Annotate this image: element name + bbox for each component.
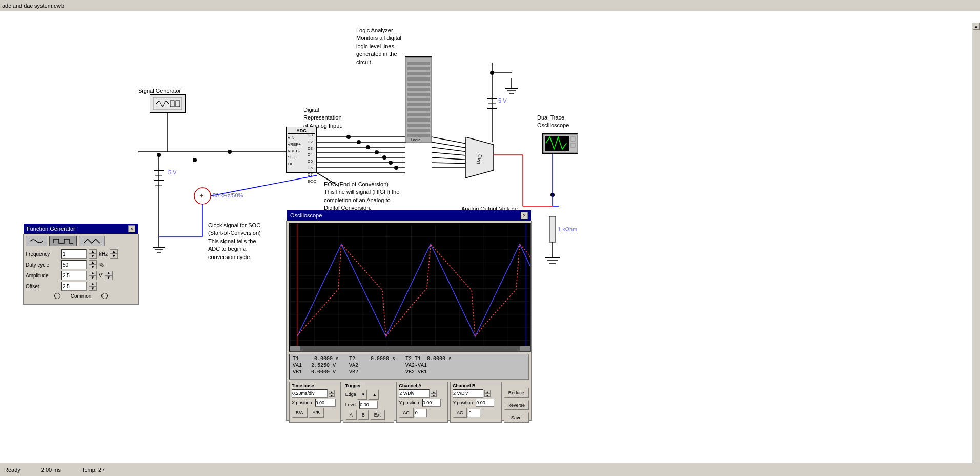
ch-a-up[interactable]: ▲ [431, 390, 437, 393]
save-button[interactable]: Save [504, 412, 529, 423]
vb1-label: VB1 0.0000 V [293, 369, 339, 375]
svg-rect-85 [407, 118, 430, 122]
trigger-group: Trigger Edge ▼ ▲ Level A B Ext [343, 382, 395, 423]
window-title: adc and dac system.ewb [2, 3, 64, 9]
amplitude-down[interactable]: ▼ [89, 275, 97, 280]
triangle-wave-button[interactable] [79, 236, 105, 246]
offset-down[interactable]: ▼ [89, 286, 97, 291]
duty-cycle-down[interactable]: ▼ [89, 265, 97, 269]
func-gen-close-button[interactable]: × [128, 225, 135, 232]
channel-a-div-input[interactable] [399, 389, 430, 398]
reduce-button[interactable]: Reduce [504, 388, 529, 398]
amplitude-unit-spinner: ▲ ▼ [105, 271, 113, 280]
svg-text:Logic: Logic [411, 137, 420, 142]
trigger-b-button[interactable]: B [358, 410, 369, 420]
oscilloscope-screen [289, 223, 531, 352]
freq-unit-down[interactable]: ▼ [110, 254, 118, 259]
offset-input[interactable] [61, 282, 87, 291]
scroll-right-btn[interactable] [520, 346, 530, 351]
ch-a-ac-button[interactable]: AC [399, 408, 414, 418]
level-input[interactable] [359, 401, 378, 409]
trigger-mode-button[interactable]: ▲ [369, 389, 379, 400]
x-pos-row: X position [292, 399, 338, 407]
svg-point-61 [491, 71, 494, 74]
ch-a-ypos-label: Y position [399, 400, 419, 405]
adc-component: ADC VIN VREF+ VREF- SOC OE D8 D2 D3 D4 D… [286, 127, 317, 173]
amplitude-unit: V [99, 273, 103, 279]
svg-rect-86 [407, 124, 430, 127]
osc-screen-scrollbar[interactable] [290, 346, 530, 351]
amplitude-input[interactable] [61, 271, 87, 280]
amplitude-spinner: ▲ ▼ [89, 271, 97, 280]
time-base-group: Time base ▲ ▼ X position B/A [289, 382, 341, 423]
oscilloscope-component [542, 133, 578, 154]
svg-rect-97 [290, 224, 531, 352]
offset-spinner: ▲ ▼ [89, 282, 97, 291]
time-base-down[interactable]: ▼ [329, 393, 335, 397]
edge-button[interactable]: ▼ [357, 389, 368, 400]
frequency-input[interactable] [61, 249, 87, 259]
voltage-5v-2: 5 V [498, 97, 507, 104]
freq-unit-up[interactable]: ▲ [110, 249, 118, 254]
ba-ab-row: B/A A/B [292, 408, 338, 418]
ch-b-ac-button[interactable]: AC [453, 408, 467, 418]
main-canvas: + Signal Generator Logic Analyzer Monito… [0, 11, 980, 463]
osc-bottom-controls: Time base ▲ ▼ X position B/A [289, 382, 529, 423]
frequency-label: Frequency [26, 251, 59, 257]
svg-point-13 [157, 153, 161, 157]
reverse-button[interactable]: Reverse [504, 400, 529, 410]
ch-b-down[interactable]: ▼ [484, 393, 491, 397]
signal-generator-component [150, 94, 186, 113]
square-wave-button[interactable] [49, 236, 77, 246]
x-pos-input[interactable] [315, 399, 336, 407]
trigger-a-button[interactable]: A [345, 410, 357, 420]
sine-wave-button[interactable] [26, 236, 47, 246]
frequency-row: Frequency ▲ ▼ kHz ▲ ▼ [26, 249, 136, 259]
x-pos-label: X position [292, 400, 312, 405]
duty-cycle-input[interactable] [61, 260, 87, 269]
status-bar: Ready 2.00 ms Temp: 27 [0, 463, 980, 476]
ch-b-up[interactable]: ▲ [484, 390, 491, 393]
a-b-button[interactable]: A/B [309, 408, 324, 418]
ch-a-ypos-input[interactable] [422, 399, 441, 407]
channel-b-div-input[interactable] [453, 389, 483, 398]
scroll-track [973, 30, 980, 463]
osc-close-button[interactable]: × [521, 212, 528, 219]
amplitude-up[interactable]: ▲ [89, 271, 97, 275]
frequency-up[interactable]: ▲ [89, 249, 97, 254]
oscilloscope-waveform [290, 224, 531, 352]
svg-rect-83 [407, 108, 430, 111]
minus-terminal[interactable]: − [54, 293, 60, 299]
duty-cycle-up[interactable]: ▲ [89, 260, 97, 265]
scroll-up-btn[interactable]: ▲ [973, 23, 980, 30]
level-label: Level [345, 402, 357, 407]
va1-label: VA1 2.5250 V [293, 363, 339, 368]
b-a-button[interactable]: B/A [292, 408, 308, 418]
vertical-scrollbar[interactable]: ▲ ▼ [972, 23, 980, 463]
trigger-ext-button[interactable]: Ext [370, 410, 385, 420]
svg-rect-76 [407, 72, 430, 75]
ch-b-ypos-input[interactable] [476, 399, 494, 407]
func-gen-content: Frequency ▲ ▼ kHz ▲ ▼ Duty cycle ▲ ▼ [24, 234, 138, 301]
trigger-title: Trigger [345, 383, 392, 388]
ch-a-down[interactable]: ▼ [431, 393, 437, 397]
offset-up[interactable]: ▲ [89, 282, 97, 286]
osc-right-buttons: Reduce Reverse Save [504, 382, 529, 423]
osc-controls: T1 0.0000 s VA1 2.5250 V VB1 0.0000 V T2… [289, 354, 529, 418]
time-base-up[interactable]: ▲ [329, 390, 335, 393]
time-base-input[interactable] [292, 389, 328, 398]
duty-cycle-unit: % [99, 262, 104, 268]
amp-unit-down[interactable]: ▼ [105, 275, 113, 280]
frequency-down[interactable]: ▼ [89, 254, 97, 259]
plus-terminal[interactable]: + [101, 293, 108, 299]
scroll-left-btn[interactable] [290, 346, 300, 351]
dac-component: DAC [465, 137, 494, 179]
channel-b-spinner: ▲ ▼ [484, 390, 491, 397]
channel-b-group: Channel B ▲ ▼ Y position AC [450, 382, 502, 423]
amp-unit-up[interactable]: ▲ [105, 271, 113, 275]
amplitude-label: Amplitude [26, 273, 59, 279]
t2-readout: T2 0.0000 s VA2 VB2 [349, 356, 395, 378]
svg-point-23 [346, 135, 351, 139]
ch-a-dc-input[interactable] [415, 409, 427, 417]
ch-b-dc-input[interactable] [468, 409, 480, 417]
